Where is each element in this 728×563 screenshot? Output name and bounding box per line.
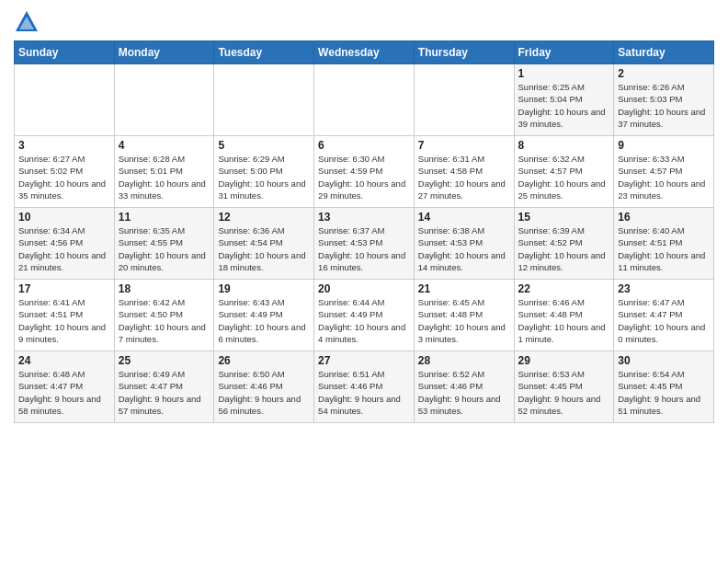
- calendar-cell: 10Sunrise: 6:34 AM Sunset: 4:56 PM Dayli…: [15, 208, 115, 280]
- day-info: Sunrise: 6:49 AM Sunset: 4:47 PM Dayligh…: [119, 368, 210, 417]
- calendar-cell: 1Sunrise: 6:25 AM Sunset: 5:04 PM Daylig…: [514, 64, 614, 136]
- calendar-cell: 30Sunrise: 6:54 AM Sunset: 4:45 PM Dayli…: [614, 351, 714, 423]
- day-number: 13: [318, 211, 410, 224]
- day-number: 23: [618, 282, 710, 295]
- day-number: 28: [418, 354, 510, 367]
- header-monday: Monday: [114, 41, 214, 64]
- page: SundayMondayTuesdayWednesdayThursdayFrid…: [0, 0, 728, 563]
- calendar-cell: [114, 64, 214, 136]
- day-number: 14: [418, 211, 510, 224]
- logo-icon: [14, 9, 40, 35]
- week-row-4: 24Sunrise: 6:48 AM Sunset: 4:47 PM Dayli…: [15, 351, 714, 423]
- calendar-cell: 26Sunrise: 6:50 AM Sunset: 4:46 PM Dayli…: [214, 351, 314, 423]
- day-number: 12: [218, 211, 310, 224]
- calendar-cell: 16Sunrise: 6:40 AM Sunset: 4:51 PM Dayli…: [614, 208, 714, 280]
- day-info: Sunrise: 6:39 AM Sunset: 4:52 PM Dayligh…: [518, 224, 610, 273]
- day-number: 15: [518, 211, 610, 224]
- day-info: Sunrise: 6:41 AM Sunset: 4:51 PM Dayligh…: [18, 296, 110, 345]
- calendar-cell: 23Sunrise: 6:47 AM Sunset: 4:47 PM Dayli…: [614, 280, 714, 351]
- day-number: 26: [218, 354, 310, 367]
- day-number: 1: [518, 67, 610, 80]
- calendar-cell: [15, 64, 115, 136]
- day-number: 21: [418, 282, 510, 295]
- header-saturday: Saturday: [614, 41, 714, 64]
- day-info: Sunrise: 6:26 AM Sunset: 5:03 PM Dayligh…: [618, 81, 710, 130]
- day-info: Sunrise: 6:38 AM Sunset: 4:53 PM Dayligh…: [418, 224, 510, 273]
- day-number: 4: [119, 139, 210, 152]
- day-number: 9: [618, 139, 710, 152]
- calendar-cell: 25Sunrise: 6:49 AM Sunset: 4:47 PM Dayli…: [114, 351, 214, 423]
- header-tuesday: Tuesday: [214, 41, 314, 64]
- calendar-cell: 19Sunrise: 6:43 AM Sunset: 4:49 PM Dayli…: [214, 280, 314, 351]
- calendar-cell: 3Sunrise: 6:27 AM Sunset: 5:02 PM Daylig…: [15, 136, 115, 208]
- calendar-cell: 18Sunrise: 6:42 AM Sunset: 4:50 PM Dayli…: [114, 280, 214, 351]
- day-number: 24: [18, 354, 110, 367]
- day-number: 5: [218, 139, 310, 152]
- day-info: Sunrise: 6:42 AM Sunset: 4:50 PM Dayligh…: [119, 296, 210, 345]
- day-number: 2: [618, 67, 710, 80]
- day-number: 6: [318, 139, 410, 152]
- day-info: Sunrise: 6:45 AM Sunset: 4:48 PM Dayligh…: [418, 296, 510, 345]
- day-info: Sunrise: 6:53 AM Sunset: 4:45 PM Dayligh…: [518, 368, 610, 417]
- calendar-cell: 24Sunrise: 6:48 AM Sunset: 4:47 PM Dayli…: [15, 351, 115, 423]
- logo: [14, 9, 43, 35]
- day-number: 20: [318, 282, 410, 295]
- day-number: 29: [518, 354, 610, 367]
- calendar-cell: 14Sunrise: 6:38 AM Sunset: 4:53 PM Dayli…: [414, 208, 514, 280]
- calendar-cell: 28Sunrise: 6:52 AM Sunset: 4:46 PM Dayli…: [414, 351, 514, 423]
- calendar-cell: 9Sunrise: 6:33 AM Sunset: 4:57 PM Daylig…: [614, 136, 714, 208]
- calendar-cell: 6Sunrise: 6:30 AM Sunset: 4:59 PM Daylig…: [314, 136, 415, 208]
- day-info: Sunrise: 6:50 AM Sunset: 4:46 PM Dayligh…: [218, 368, 310, 417]
- calendar-cell: [214, 64, 314, 136]
- calendar-cell: 20Sunrise: 6:44 AM Sunset: 4:49 PM Dayli…: [314, 280, 415, 351]
- day-number: 22: [518, 282, 610, 295]
- day-info: Sunrise: 6:43 AM Sunset: 4:49 PM Dayligh…: [218, 296, 310, 345]
- day-number: 7: [418, 139, 510, 152]
- header: [14, 9, 714, 35]
- day-info: Sunrise: 6:29 AM Sunset: 5:00 PM Dayligh…: [218, 153, 310, 201]
- day-info: Sunrise: 6:51 AM Sunset: 4:46 PM Dayligh…: [318, 368, 410, 417]
- day-info: Sunrise: 6:30 AM Sunset: 4:59 PM Dayligh…: [318, 153, 410, 201]
- calendar-cell: 5Sunrise: 6:29 AM Sunset: 5:00 PM Daylig…: [214, 136, 314, 208]
- day-info: Sunrise: 6:52 AM Sunset: 4:46 PM Dayligh…: [418, 368, 510, 417]
- day-number: 10: [18, 211, 110, 224]
- day-info: Sunrise: 6:44 AM Sunset: 4:49 PM Dayligh…: [318, 296, 410, 345]
- day-info: Sunrise: 6:47 AM Sunset: 4:47 PM Dayligh…: [618, 296, 710, 345]
- day-number: 18: [119, 282, 210, 295]
- calendar-cell: 13Sunrise: 6:37 AM Sunset: 4:53 PM Dayli…: [314, 208, 415, 280]
- calendar-cell: 29Sunrise: 6:53 AM Sunset: 4:45 PM Dayli…: [514, 351, 614, 423]
- day-number: 8: [518, 139, 610, 152]
- calendar-cell: 15Sunrise: 6:39 AM Sunset: 4:52 PM Dayli…: [514, 208, 614, 280]
- week-row-1: 3Sunrise: 6:27 AM Sunset: 5:02 PM Daylig…: [15, 136, 714, 208]
- day-info: Sunrise: 6:28 AM Sunset: 5:01 PM Dayligh…: [119, 153, 210, 201]
- day-number: 16: [618, 211, 710, 224]
- day-info: Sunrise: 6:46 AM Sunset: 4:48 PM Dayligh…: [518, 296, 610, 345]
- day-number: 25: [119, 354, 210, 367]
- calendar-cell: [314, 64, 415, 136]
- calendar-cell: 8Sunrise: 6:32 AM Sunset: 4:57 PM Daylig…: [514, 136, 614, 208]
- day-number: 19: [218, 282, 310, 295]
- header-friday: Friday: [514, 41, 614, 64]
- calendar-cell: [414, 64, 514, 136]
- calendar-cell: 17Sunrise: 6:41 AM Sunset: 4:51 PM Dayli…: [15, 280, 115, 351]
- day-info: Sunrise: 6:25 AM Sunset: 5:04 PM Dayligh…: [518, 81, 610, 130]
- week-row-2: 10Sunrise: 6:34 AM Sunset: 4:56 PM Dayli…: [15, 208, 714, 280]
- day-info: Sunrise: 6:33 AM Sunset: 4:57 PM Dayligh…: [618, 153, 710, 201]
- day-number: 27: [318, 354, 410, 367]
- week-row-0: 1Sunrise: 6:25 AM Sunset: 5:04 PM Daylig…: [15, 64, 714, 136]
- day-info: Sunrise: 6:31 AM Sunset: 4:58 PM Dayligh…: [418, 153, 510, 201]
- day-info: Sunrise: 6:32 AM Sunset: 4:57 PM Dayligh…: [518, 153, 610, 201]
- day-info: Sunrise: 6:36 AM Sunset: 4:54 PM Dayligh…: [218, 224, 310, 273]
- header-thursday: Thursday: [414, 41, 514, 64]
- day-info: Sunrise: 6:54 AM Sunset: 4:45 PM Dayligh…: [618, 368, 710, 417]
- day-number: 30: [618, 354, 710, 367]
- day-number: 3: [18, 139, 110, 152]
- header-wednesday: Wednesday: [314, 41, 415, 64]
- day-info: Sunrise: 6:48 AM Sunset: 4:47 PM Dayligh…: [18, 368, 110, 417]
- day-info: Sunrise: 6:37 AM Sunset: 4:53 PM Dayligh…: [318, 224, 410, 273]
- calendar-cell: 21Sunrise: 6:45 AM Sunset: 4:48 PM Dayli…: [414, 280, 514, 351]
- calendar-table: SundayMondayTuesdayWednesdayThursdayFrid…: [14, 40, 714, 423]
- calendar-cell: 22Sunrise: 6:46 AM Sunset: 4:48 PM Dayli…: [514, 280, 614, 351]
- calendar-cell: 2Sunrise: 6:26 AM Sunset: 5:03 PM Daylig…: [614, 64, 714, 136]
- calendar-cell: 12Sunrise: 6:36 AM Sunset: 4:54 PM Dayli…: [214, 208, 314, 280]
